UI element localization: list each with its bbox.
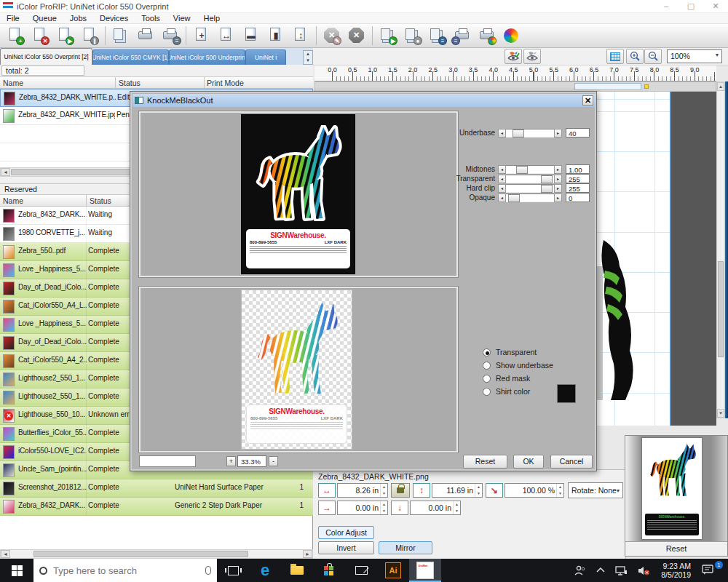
abort-edit-icon[interactable]: ✕✎ <box>321 25 343 46</box>
canvas-top-scrollbar[interactable] <box>314 81 716 92</box>
close-icon[interactable]: ✕ <box>703 0 728 12</box>
print-preview-icon[interactable] <box>476 25 498 46</box>
height-field[interactable]: 11.69 in▲▼ <box>432 483 483 498</box>
dialog-close-icon[interactable]: ✕ <box>582 95 593 105</box>
aspect-lock-button[interactable] <box>391 483 410 498</box>
scale-field[interactable]: 100.00 %▲▼ <box>505 483 564 498</box>
people-icon[interactable] <box>574 565 586 575</box>
radio-show-underbase[interactable]: Show underbase <box>483 361 553 370</box>
column-print-mode[interactable]: Print Mode <box>207 78 244 88</box>
reserved-row[interactable]: Zebra_8432_DARK... Complete Generic 2 St… <box>0 498 313 516</box>
queue-hold-icon[interactable]: ● <box>402 25 424 46</box>
color-palette-icon[interactable] <box>501 25 523 46</box>
edge-button[interactable]: e <box>249 559 281 582</box>
column-name[interactable]: Name <box>3 196 23 206</box>
print-icon[interactable] <box>135 25 157 46</box>
color-adjust-button[interactable]: Color Adjust <box>318 526 374 539</box>
duplicate-job-icon[interactable] <box>110 25 132 46</box>
zoom-out-icon[interactable] <box>644 49 662 64</box>
canvas-zoom-select[interactable]: 100%▾ <box>667 49 722 63</box>
show-color-view-icon[interactable] <box>505 49 522 64</box>
slider-right-arrow[interactable]: ► <box>554 184 562 193</box>
radio-red-mask[interactable]: Red mask <box>483 374 530 383</box>
job-list-header[interactable]: Name Status Print Mode <box>0 77 313 89</box>
slider-track[interactable] <box>506 175 554 183</box>
hold-job-icon[interactable]: ∥ <box>79 25 100 46</box>
new-job-icon[interactable]: + <box>4 25 26 46</box>
show-underbase-view-icon[interactable] <box>523 49 541 64</box>
ok-button[interactable]: OK <box>513 455 544 469</box>
network-icon[interactable] <box>615 566 628 575</box>
slider-left-arrow[interactable]: ◄ <box>498 194 506 202</box>
minimize-icon[interactable]: – <box>654 0 678 12</box>
delete-job-icon[interactable]: ✕ <box>29 25 51 46</box>
start-button[interactable] <box>0 559 33 582</box>
volume-muted-icon[interactable] <box>638 566 650 575</box>
dialog-titlebar[interactable]: KnockMeBlackOut ✕ <box>132 94 596 107</box>
fit-height-icon[interactable]: ↕ <box>290 25 312 46</box>
tab-scroll-icon[interactable]: ▲▼ <box>303 50 313 65</box>
queue-tab-3[interactable]: UniNet i <box>245 49 286 65</box>
queue-tab-1[interactable]: UniNet iColor 550 CMYK [1] <box>92 49 169 65</box>
slider-right-arrow[interactable]: ► <box>554 165 562 174</box>
task-view-button[interactable] <box>217 559 249 582</box>
menu-jobs[interactable]: Jobs <box>63 14 93 23</box>
menu-queue[interactable]: Queue <box>26 14 63 23</box>
column-name[interactable]: Name <box>3 78 23 88</box>
column-status[interactable]: Status <box>119 78 141 88</box>
menu-tools[interactable]: Tools <box>135 14 167 23</box>
illustrator-button[interactable]: Ai <box>377 559 409 582</box>
taskbar-search[interactable] <box>33 559 217 582</box>
spinner-icon[interactable]: ▲▼ <box>380 484 387 497</box>
canvas-vscrollbar[interactable]: ▲ ▼ <box>716 81 725 418</box>
spinner-icon[interactable]: ▲▼ <box>380 501 387 514</box>
print-job-icon[interactable]: ▶ <box>54 25 76 46</box>
file-explorer-button[interactable] <box>281 559 313 582</box>
job-log-icon[interactable]: ≡ <box>427 25 448 46</box>
offset-x-field[interactable]: 0.00 in▲▼ <box>337 501 388 515</box>
action-center-button[interactable]: 1 <box>697 565 719 576</box>
slider-left-arrow[interactable]: ◄ <box>498 165 506 174</box>
mail-button[interactable] <box>345 559 377 582</box>
center-horizontal-icon[interactable]: ▬ <box>240 25 262 46</box>
fit-width-icon[interactable]: ↔ <box>215 25 237 46</box>
width-field[interactable]: 8.26 in▲▼ <box>337 483 388 498</box>
tray-expand-icon[interactable] <box>596 567 605 573</box>
prorip-taskbar-button[interactable]: UniNet <box>409 559 441 582</box>
slider-right-arrow[interactable]: ► <box>554 175 562 183</box>
queue-tab-2[interactable]: UniNet iColor 500 Underprint <box>169 49 245 65</box>
dialog-text-field[interactable] <box>139 455 196 467</box>
device-settings-icon[interactable]: ≡ <box>451 25 473 46</box>
fit-page-icon[interactable]: + <box>191 25 213 46</box>
queue-tab-0[interactable]: UniNet iColor 550 Overprint [2] <box>0 48 92 65</box>
offset-y-field[interactable]: 0.00 in▲▼ <box>410 501 461 515</box>
rotate-select[interactable]: Rotate: None▾ <box>568 482 623 498</box>
preview-zoom-out-button[interactable]: - <box>269 456 278 466</box>
slider-track[interactable] <box>506 165 554 174</box>
invert-button[interactable]: Invert <box>318 541 374 554</box>
menu-file[interactable]: File <box>0 14 26 23</box>
scroll-thumb[interactable] <box>574 83 641 90</box>
slider-right-arrow[interactable]: ► <box>554 129 562 137</box>
queue-start-icon[interactable]: ▶ <box>377 25 399 46</box>
stop-icon[interactable]: ✕ <box>346 25 368 46</box>
slider-left-arrow[interactable]: ◄ <box>498 129 506 137</box>
search-input[interactable] <box>53 565 202 576</box>
slider-track[interactable] <box>506 184 554 193</box>
slider-left-arrow[interactable]: ◄ <box>498 175 506 183</box>
grid-toggle-icon[interactable] <box>606 49 624 64</box>
preview-zoom-value[interactable]: 33.3% <box>237 455 266 467</box>
cancel-button[interactable]: Cancel <box>550 455 593 469</box>
spinner-icon[interactable]: ▲▼ <box>556 484 563 497</box>
reserved-row[interactable]: Screenshot_201812... Complete UniNet Har… <box>0 479 313 498</box>
preview-reset-button[interactable]: Reset <box>625 541 727 556</box>
spinner-icon[interactable]: ▲▼ <box>453 501 460 514</box>
underbase-value[interactable]: 40 <box>566 128 590 137</box>
column-status[interactable]: Status <box>90 196 111 206</box>
preview-zoom-in-button[interactable]: + <box>226 456 236 466</box>
radio-transparent[interactable]: Transparent <box>483 348 537 356</box>
scroll-thumb[interactable] <box>718 261 724 357</box>
radio-shirt-color[interactable]: Shirt color <box>483 387 530 396</box>
store-button[interactable] <box>313 559 345 582</box>
restore-icon[interactable]: ▢ <box>678 0 703 12</box>
